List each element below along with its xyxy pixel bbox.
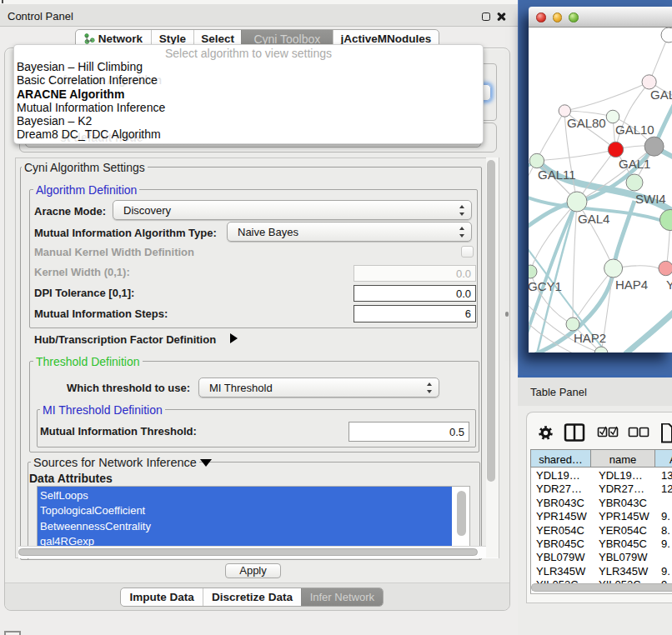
svg-text:GAL10: GAL10 [615,122,654,137]
svg-text:HAP4: HAP4 [615,278,648,292]
svg-text:GAL4: GAL4 [578,212,609,226]
svg-text:GAL80: GAL80 [567,116,606,130]
svg-text:GAL11: GAL11 [538,168,576,182]
svg-text:GAL7: GAL7 [650,88,672,102]
svg-text:SWI4: SWI4 [635,192,666,206]
svg-text:GCY1: GCY1 [529,279,562,293]
svg-text:HAP2: HAP2 [574,331,606,345]
svg-text:GAL1: GAL1 [619,157,650,171]
svg-text:YD: YD [666,278,672,292]
